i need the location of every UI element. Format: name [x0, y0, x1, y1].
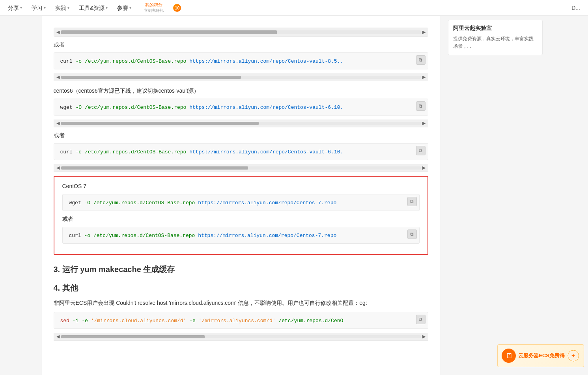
- step3-heading-text: 3. 运行 yum makecache 生成缓存: [54, 265, 175, 274]
- sidebar-lab-card: 阿里云起实验室 提供免费资源，真实云环境，丰富实践场景，...: [448, 20, 543, 55]
- scrollbar-centos8-curl: ◀ ▶: [54, 73, 428, 81]
- sidebar: 阿里云起实验室 提供免费资源，真实云环境，丰富实践场景，... 🖥 云服务器EC…: [444, 16, 547, 375]
- or-text-3: 或者: [62, 216, 420, 223]
- ecs-icon: 🖥: [502, 349, 516, 363]
- code-text-curl-centos8: curl -o /etc/yum.repos.d/CentOS-Base.rep…: [60, 58, 343, 64]
- nav-right-section: D...: [571, 5, 580, 11]
- centos7-section: CentOS 7 wget -O /etc/yum.repos.d/CentOS…: [54, 176, 428, 255]
- scrollbar-centos6-wget: ◀ ▶: [54, 119, 428, 127]
- ecs-banner-container: 🖥 云服务器ECS免费得 ✦: [497, 344, 584, 367]
- step4-heading: 4. 其他: [54, 283, 428, 293]
- copy-btn-curl-centos8[interactable]: ⧉: [416, 55, 426, 65]
- nav-points-sub: 立刻充好礼: [144, 8, 164, 13]
- nav-learn[interactable]: 学习 ▾: [32, 0, 46, 16]
- nav-points-count: 10: [175, 6, 179, 10]
- nav-share-label: 分享: [8, 0, 19, 16]
- nav-learn-label: 学习: [32, 0, 43, 16]
- copy-btn-curl-centos7[interactable]: ⧉: [407, 229, 417, 239]
- centos6-title: centos6（centos6官方源已下线，建议切换centos-vault源）: [54, 88, 428, 95]
- ecs-decoration: ✦: [567, 349, 580, 362]
- code-text-sed: sed -i -e '/mirrors.cloud.aliyuncs.com/d…: [60, 318, 343, 324]
- scrollbar-top-wrapper: ◀ ▶: [54, 28, 428, 37]
- step4-heading-text: 4. 其他: [54, 284, 78, 292]
- nav-contest[interactable]: 参赛 ▾: [117, 0, 131, 16]
- copy-btn-wget-centos6[interactable]: ⧉: [416, 101, 426, 111]
- centos7-title: CentOS 7: [62, 183, 420, 189]
- code-text-curl-centos6: curl -o /etc/yum.repos.d/CentOS-Base.rep…: [60, 149, 343, 155]
- ecs-text-group: 云服务器ECS免费得: [518, 352, 565, 359]
- scroll-right-4[interactable]: ▶: [422, 165, 426, 170]
- copy-btn-curl-centos6[interactable]: ⧉: [416, 146, 426, 155]
- nav-share[interactable]: 分享 ▾: [8, 0, 22, 16]
- scroll-left-3[interactable]: ◀: [56, 121, 60, 126]
- step4-desc: 非阿里云ECS用户会出现 Couldn't resolve host 'mirr…: [54, 298, 428, 308]
- code-block-wget-centos7: wget -O /etc/yum.repos.d/CentOS-Base.rep…: [62, 194, 420, 211]
- nav-points-badge[interactable]: 10: [173, 4, 181, 12]
- nav-right-label: D...: [571, 5, 580, 11]
- scroll-right-sed[interactable]: ▶: [422, 334, 426, 339]
- sidebar-lab-desc: 提供免费资源，真实云环境，丰富实践场景，...: [453, 35, 538, 50]
- scrollbar-centos6-curl: ◀ ▶: [54, 164, 428, 172]
- scroll-right-2[interactable]: ▶: [422, 75, 426, 80]
- scroll-left-2[interactable]: ◀: [56, 75, 60, 80]
- page-wrapper: ◀ ▶ 或者 curl -o /etc/yum.repos.d/CentOS-B…: [0, 16, 588, 375]
- code-block-sed: sed -i -e '/mirrors.cloud.aliyuncs.com/d…: [54, 312, 428, 329]
- or-text-2: 或者: [54, 132, 428, 139]
- code-text-wget-centos7: wget -O /etc/yum.repos.d/CentOS-Base.rep…: [69, 200, 337, 206]
- nav-contest-chevron: ▾: [129, 0, 131, 16]
- nav-share-chevron: ▾: [20, 0, 22, 16]
- ecs-main-text: 云服务器ECS免费得: [518, 352, 565, 359]
- nav-tools-label: 工具&资源: [79, 0, 105, 16]
- code-text-curl-centos7: curl -o /etc/yum.repos.d/CentOS-Base.rep…: [69, 233, 337, 239]
- nav-learn-chevron: ▾: [44, 0, 46, 16]
- nav-practice-label: 实践: [55, 0, 66, 16]
- step3-heading: 3. 运行 yum makecache 生成缓存: [54, 264, 428, 275]
- code-block-curl-centos8: curl -o /etc/yum.repos.d/CentOS-Base.rep…: [54, 52, 428, 69]
- nav-practice[interactable]: 实践 ▾: [55, 0, 69, 16]
- scroll-left-1[interactable]: ◀: [56, 30, 60, 35]
- ecs-banner[interactable]: 🖥 云服务器ECS免费得 ✦: [497, 344, 584, 367]
- svg-text:✦: ✦: [571, 353, 576, 359]
- sidebar-lab-title: 阿里云起实验室: [453, 25, 538, 32]
- nav-tools-chevron: ▾: [106, 0, 108, 16]
- nav-points-label: 我的积分: [145, 2, 162, 8]
- scroll-left-4[interactable]: ◀: [56, 165, 60, 170]
- code-text-wget-centos6: wget -O /etc/yum.repos.d/CentOS-Base.rep…: [60, 104, 343, 110]
- nav-contest-label: 参赛: [117, 0, 128, 16]
- nav-practice-chevron: ▾: [67, 0, 69, 16]
- scroll-right-3[interactable]: ▶: [422, 121, 426, 126]
- nav-bar: 分享 ▾ 学习 ▾ 实践 ▾ 工具&资源 ▾ 参赛 ▾ 我的积分 立刻充好礼 1…: [0, 0, 588, 16]
- centos6-title-text: centos6（centos6官方源已下线，建议切换centos-vault源）: [54, 88, 200, 94]
- or-text-1: 或者: [54, 41, 428, 49]
- code-block-curl-centos6: curl -o /etc/yum.repos.d/CentOS-Base.rep…: [54, 143, 428, 160]
- scroll-right-1[interactable]: ▶: [422, 30, 426, 35]
- nav-tools[interactable]: 工具&资源 ▾: [79, 0, 108, 16]
- copy-btn-wget-centos7[interactable]: ⧉: [407, 197, 417, 206]
- code-block-curl-centos7: curl -o /etc/yum.repos.d/CentOS-Base.rep…: [62, 227, 420, 244]
- main-content: ◀ ▶ 或者 curl -o /etc/yum.repos.d/CentOS-B…: [42, 16, 440, 375]
- scrollbar-sed: ◀ ▶: [54, 333, 428, 341]
- copy-btn-sed[interactable]: ⧉: [416, 315, 426, 324]
- scroll-left-sed[interactable]: ◀: [56, 334, 60, 339]
- code-block-wget-centos6: wget -O /etc/yum.repos.d/CentOS-Base.rep…: [54, 99, 428, 116]
- nav-points-section[interactable]: 我的积分 立刻充好礼: [144, 2, 164, 13]
